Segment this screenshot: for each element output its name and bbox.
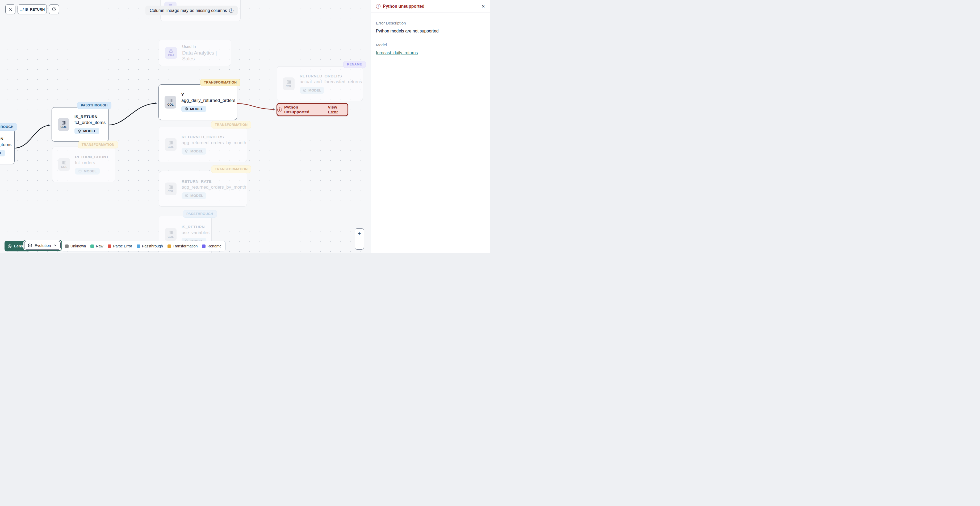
node-title: RETURNED_ORDERS <box>181 135 246 139</box>
model-chip: MODEL <box>181 192 206 199</box>
kind-label: COL <box>167 145 173 148</box>
edge-aggdaily-to-error <box>237 104 275 109</box>
zoom-controls: + − <box>355 228 364 249</box>
model-label: Model <box>376 43 485 47</box>
error-details-panel: ! Python unsupported × Error Description… <box>371 0 490 253</box>
lineage-canvas[interactable]: PRJ eting PRJ Used In Data Analytics | S… <box>0 0 371 253</box>
kind-label: PRJ <box>168 53 173 57</box>
node-subtitle: actual_and_forecasted_returns <box>300 79 362 85</box>
zoom-out-button[interactable]: − <box>355 239 364 249</box>
alert-icon: ! <box>277 107 282 112</box>
edge-isreturn-to-aggdaily <box>109 103 157 125</box>
lineage-type-badge-transformation: TRANSFORMATION <box>211 166 251 173</box>
node-subtitle: agg_returned_orders_by_month <box>181 185 246 190</box>
app-window: PRJ eting PRJ Used In Data Analytics | S… <box>0 0 490 253</box>
close-lineage-button[interactable] <box>5 4 16 14</box>
project-icon <box>169 49 173 53</box>
view-error-link[interactable]: View Error <box>328 105 347 114</box>
lineage-type-badge-passthrough: PASSTHROUGH <box>77 102 111 109</box>
breadcrumb[interactable]: .. / IS_RETURN <box>18 4 47 14</box>
node-subtitle: fct_order_items <box>75 120 105 125</box>
lineage-node-forecast-returns[interactable]: RENAME COL RETURNED_ORDERS actual_and_fo… <box>277 66 363 101</box>
lens-mode-ring: Evolution <box>23 240 62 251</box>
lens-mode-value: Evolution <box>35 243 51 248</box>
close-icon <box>8 7 13 11</box>
model-label: MODEL <box>83 129 96 133</box>
node-subtitle: fct_order_items <box>0 142 11 147</box>
columns-icon <box>286 80 291 85</box>
columns-icon <box>169 230 173 235</box>
edge-offscreen-to-isreturn <box>14 125 50 148</box>
kind-label: COL <box>167 235 173 238</box>
panel-close-icon[interactable]: × <box>482 3 485 9</box>
error-description-section: Error Description Python models are not … <box>376 21 485 34</box>
banner-text: Column lineage may be missing columns <box>150 8 227 13</box>
lineage-legend: Unknown Raw Parse Error Passthrough Tran… <box>61 241 226 251</box>
breadcrumb-label: .. / IS_RETURN <box>20 8 45 11</box>
node-title: RETURN_COUNT <box>75 155 109 159</box>
lineage-node-return-count[interactable]: TRANSFORMATION COL RETURN_COUNT fct_orde… <box>52 147 115 182</box>
legend-label: Parse Error <box>113 244 132 248</box>
lineage-node-is-return-offscreen[interactable]: PASSTHROUGH COL IS_RETURN fct_order_item… <box>0 129 14 164</box>
legend-swatch-parse-error <box>108 244 111 248</box>
lineage-node-used-in-sales[interactable]: PRJ Used In Data Analytics | Sales <box>159 40 231 66</box>
error-description-label: Error Description <box>376 21 485 25</box>
legend-swatch-passthrough <box>137 244 140 248</box>
columns-icon <box>169 185 173 190</box>
model-chip: MODEL <box>75 128 99 134</box>
cube-icon <box>185 149 188 153</box>
legend-swatch-transformation <box>167 244 171 248</box>
cube-icon <box>185 194 188 197</box>
refresh-button[interactable] <box>49 4 59 14</box>
legend-item-rename: Rename <box>202 244 221 248</box>
model-chip: MODEL <box>181 105 206 112</box>
error-chip-label: Python unsupported <box>284 105 323 114</box>
lineage-type-badge-passthrough: PASSTHROUGH <box>183 210 217 218</box>
lineage-node-agg-daily-returned-orders[interactable]: TRANSFORMATION COL Y agg_daily_returned_… <box>159 85 237 120</box>
node-subtitle: fct_orders <box>75 160 109 166</box>
legend-item-parse-error: Parse Error <box>108 244 132 248</box>
model-chip: MODEL <box>0 150 5 156</box>
node-title: Used In <box>182 44 225 49</box>
kind-label: COL <box>61 165 67 168</box>
lineage-node-python-unsupported-error[interactable]: ! Python unsupported View Error <box>277 103 348 116</box>
lineage-node-returned-orders-by-month[interactable]: TRANSFORMATION COL RETURNED_ORDERS agg_r… <box>159 127 247 162</box>
legend-item-transformation: Transformation <box>167 244 198 248</box>
node-title: RETURNED_ORDERS <box>300 74 362 78</box>
columns-icon <box>169 140 173 145</box>
legend-swatch-unknown <box>65 244 68 248</box>
lens-mode-select[interactable]: Evolution <box>24 241 60 249</box>
node-subtitle: Data Analytics | Sales <box>182 50 225 62</box>
kind-label: COL <box>286 85 292 88</box>
legend-swatch-rename <box>202 244 205 248</box>
node-subtitle: agg_daily_returned_orders <box>181 98 235 103</box>
cube-icon <box>78 129 81 133</box>
column-kind-badge: COL <box>165 96 176 109</box>
zoom-in-button[interactable]: + <box>355 228 364 239</box>
lineage-node-return-rate[interactable]: TRANSFORMATION COL RETURN_RATE agg_retur… <box>159 171 247 207</box>
error-description-value: Python models are not supported <box>376 29 485 34</box>
lineage-warning-banner: Column lineage may be missing columns i <box>145 6 238 16</box>
panel-header: ! Python unsupported × <box>371 0 490 13</box>
legend-label: Passthrough <box>142 244 163 248</box>
model-label: MODEL <box>190 107 203 111</box>
node-title: IS_RETURN <box>75 114 105 119</box>
column-kind-badge: COL <box>165 138 177 151</box>
legend-item-unknown: Unknown <box>65 244 86 248</box>
column-kind-badge: COL <box>165 228 177 241</box>
kind-label: COL <box>60 125 67 128</box>
info-icon[interactable]: i <box>229 8 234 13</box>
node-title: IS_RETURN <box>181 225 210 229</box>
node-title: Y <box>181 92 235 97</box>
alert-icon: ! <box>376 4 380 8</box>
lineage-node-is-return-fct-order-items[interactable]: PASSTHROUGH COL IS_RETURN fct_order_item… <box>52 107 109 142</box>
cube-icon <box>185 107 188 111</box>
model-chip: MODEL <box>300 87 325 94</box>
model-label: MODEL <box>0 151 2 155</box>
model-section: Model forecast_daily_returns <box>376 43 485 55</box>
kind-label: COL <box>167 190 173 193</box>
node-subtitle: use_variables <box>181 230 210 235</box>
model-link[interactable]: forecast_daily_returns <box>376 51 418 55</box>
node-subtitle: agg_returned_orders_by_month <box>181 140 246 145</box>
kind-label: COL <box>167 103 173 106</box>
